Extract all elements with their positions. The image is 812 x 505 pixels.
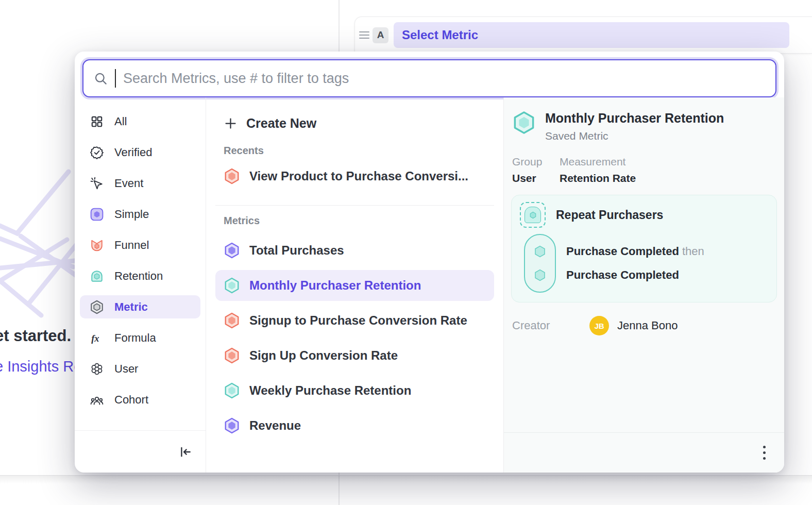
event-metric-hexagon-icon: [224, 242, 240, 259]
detail-title: Monthly Purchaser Retention: [545, 111, 724, 126]
sidebar-item-user[interactable]: User: [80, 357, 200, 380]
verified-badge-icon: [90, 145, 104, 160]
step-connector: then: [682, 245, 704, 258]
funnel-metric-hexagon-icon: [224, 168, 240, 184]
grid-icon: [90, 114, 104, 129]
search-bar-wrap: [75, 52, 784, 97]
cohort-step-2: Purchase Completed: [566, 268, 704, 282]
metric-detail-panel: Monthly Purchaser Retention Saved Metric…: [504, 97, 784, 473]
search-icon: [94, 72, 108, 86]
sidebar-item-event[interactable]: Event: [80, 172, 200, 195]
funnel-metric-hexagon-icon: [224, 347, 240, 364]
text-caret: [115, 69, 116, 88]
creator-row: Creator JB Jenna Bono: [504, 316, 784, 335]
formula-fx-icon: fx: [90, 331, 104, 345]
sidebar-item-retention[interactable]: Retention: [80, 264, 200, 288]
create-new-label: Create New: [246, 116, 316, 131]
metric-hexagon-icon: [90, 300, 104, 314]
search-input[interactable]: [123, 71, 765, 87]
more-options-icon[interactable]: [760, 443, 769, 463]
measurement-value: Retention Rate: [560, 172, 636, 184]
retention-metric-hexagon-icon: [224, 382, 240, 399]
select-metric-label: Select Metric: [402, 28, 478, 42]
metric-item-label: Revenue: [249, 418, 301, 433]
cohort-title: Repeat Purchasers: [556, 208, 663, 222]
metric-item-revenue[interactable]: Revenue: [215, 410, 494, 441]
query-builder-row: A Select Metric: [354, 16, 812, 54]
sidebar-item-label: Simple: [114, 208, 149, 221]
sidebar-footer: [75, 430, 206, 473]
measurement-meta: Measurement Retention Rate: [560, 156, 636, 184]
sidebar-item-label: Formula: [114, 331, 156, 345]
event-metric-hexagon-icon: [224, 417, 240, 434]
funnel-steps-pill-icon: [524, 234, 556, 293]
cohort-step-1: Purchase Completed then: [566, 245, 704, 258]
group-meta: Group User: [512, 156, 547, 184]
sidebar-item-label: Cohort: [114, 393, 148, 407]
sidebar-item-label: Retention: [114, 270, 163, 283]
sidebar-item-verified[interactable]: Verified: [80, 141, 200, 164]
cohort-definition-card: Repeat Purchasers Purchase Completed the…: [511, 195, 777, 302]
event-cursor-icon: [90, 176, 104, 191]
select-metric-button[interactable]: Select Metric: [394, 22, 789, 48]
metric-item-monthly-purchaser-retention[interactable]: Monthly Purchaser Retention: [215, 270, 494, 301]
metric-item-label: Weekly Purchase Retention: [249, 383, 411, 398]
sidebar-item-label: Event: [114, 177, 143, 190]
metric-item-label: Signup to Purchase Conversion Rate: [249, 313, 467, 328]
group-value: User: [512, 172, 547, 184]
search-box[interactable]: [82, 59, 776, 97]
user-cluster-icon: [90, 362, 104, 376]
sidebar-item-funnel[interactable]: Funnel: [80, 233, 200, 257]
app-root: et started. e Insights Re A Select Metri…: [0, 0, 812, 505]
detail-footer: [504, 432, 784, 473]
metric-item-label: Monthly Purchaser Retention: [249, 278, 421, 293]
retention-icon: [90, 269, 104, 283]
sidebar-item-label: User: [114, 362, 138, 376]
metric-item-weekly-purchase-retention[interactable]: Weekly Purchase Retention: [215, 375, 494, 406]
creator-name: Jenna Bono: [617, 319, 678, 332]
sidebar-item-cohort[interactable]: Cohort: [80, 388, 200, 411]
list-divider: [215, 205, 494, 206]
group-label: Group: [512, 156, 547, 168]
measurement-label: Measurement: [560, 156, 636, 168]
detail-header: Monthly Purchaser Retention Saved Metric: [504, 111, 784, 142]
metrics-section-label: Metrics: [215, 215, 494, 227]
retention-metric-hexagon-icon: [224, 277, 240, 294]
collapse-sidebar-icon[interactable]: [179, 445, 192, 459]
detail-meta-row: Group User Measurement Retention Rate: [504, 156, 784, 184]
cohort-people-icon: [90, 393, 104, 407]
plus-icon: [224, 116, 238, 130]
background-chart-lines-decoration: [0, 155, 82, 330]
saved-metric-hexagon-icon: [512, 111, 536, 142]
sidebar-item-label: Funnel: [114, 239, 149, 252]
funnel-icon: [90, 238, 104, 252]
metric-item-signup-to-purchase[interactable]: Signup to Purchase Conversion Rate: [215, 305, 494, 336]
sidebar-item-formula[interactable]: fx Formula: [80, 326, 200, 349]
sidebar-item-metric[interactable]: Metric: [80, 295, 200, 318]
sidebar-item-all[interactable]: All: [80, 110, 200, 133]
metric-item-label: Sign Up Conversion Rate: [249, 348, 398, 363]
metric-picker-dialog: All Verified: [75, 52, 784, 473]
recents-section-label: Recents: [215, 145, 494, 157]
background-shadow-band: [0, 476, 812, 484]
funnel-metric-hexagon-icon: [224, 312, 240, 329]
background-link-fragment[interactable]: e Insights Re: [0, 358, 82, 375]
recent-metric-label: View Product to Purchase Conversi...: [249, 169, 468, 183]
sidebar-item-simple[interactable]: Simple: [80, 203, 200, 226]
type-filter-sidebar: All Verified: [75, 97, 206, 473]
sidebar-item-label: Verified: [114, 146, 152, 159]
metric-item-label: Total Purchases: [249, 243, 344, 258]
metric-block-badge: A: [373, 27, 388, 43]
sidebar-item-label: Metric: [114, 300, 148, 314]
creator-avatar: JB: [589, 316, 609, 335]
metric-list-panel: Create New Recents View Product to Purch…: [206, 97, 504, 473]
cohort-icon: [520, 202, 546, 228]
drag-handle-icon[interactable]: [359, 31, 369, 39]
svg-text:fx: fx: [91, 333, 99, 343]
background-headline-fragment: et started.: [0, 327, 71, 345]
creator-label: Creator: [512, 319, 589, 332]
recent-metric-item[interactable]: View Product to Purchase Conversi...: [215, 161, 494, 192]
create-new-button[interactable]: Create New: [215, 111, 494, 136]
metric-item-sign-up-conversion[interactable]: Sign Up Conversion Rate: [215, 340, 494, 371]
metric-item-total-purchases[interactable]: Total Purchases: [215, 235, 494, 266]
